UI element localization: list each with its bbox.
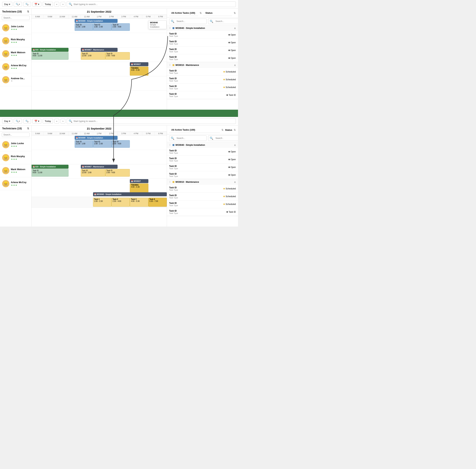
status-column-label: Status [203, 10, 232, 16]
top-search-bar[interactable]: 🔍 [67, 1, 236, 7]
bottom-wo0009-header-bar[interactable]: 📅 WO0009 - Simple Installation [75, 136, 118, 140]
technician-item-arlene-mccoy[interactable]: 👷 Arlene McCoy ▲▲▲ [0, 60, 31, 73]
task-time-label: 2:00 - 4:00 [106, 55, 129, 57]
technician-item-mark-watson[interactable]: 👷 Mark Watson ▲▲▲ [0, 47, 31, 60]
bottom-tech-search-input[interactable] [2, 133, 30, 137]
task-row-wo0010-1[interactable]: Task ID Task Type Scheduled [167, 68, 238, 76]
calendar-grid-wrapper[interactable]: 8 AM 9 AM 10 AM 11 AM 12 AM 1 PM 2 PM 3 … [32, 15, 167, 110]
bottom-task-group-wo0010-header[interactable]: ⠿ WO0010 - Maintenance ∧ [167, 179, 238, 185]
bottom-status-search-input[interactable] [214, 136, 238, 140]
bottom-task-row-s3[interactable]: Task ID Task Type Scheduled [167, 201, 238, 208]
bottom-day-view-selector[interactable]: Day ▾ [2, 119, 12, 124]
bottom-sort-icon-status[interactable]: ⇅ [234, 128, 236, 131]
bottom-calendar-picker-button[interactable]: 📅 ▾ [33, 119, 41, 124]
bottom-wo0019-bar[interactable]: 📅 019 - Simple Installation [32, 165, 68, 169]
bottom-task-row-s1[interactable]: Task ID Task Type Scheduled [167, 185, 238, 193]
task-group-wo0010-header[interactable]: ⠿ WO0010 - Maintenance ∧ [167, 62, 238, 68]
next-button[interactable]: › [61, 2, 65, 7]
task-row-wo0010-2[interactable]: Task ID Task Type Scheduled [167, 76, 238, 84]
bottom-task-mark-2[interactable]: Task ID12:00 - 2:00 [81, 169, 105, 177]
technician-item-rick-murphy[interactable]: 👷 Rick Murphy ▲▲▲ [0, 34, 31, 47]
bottom-avatar-mark-watson: 👷 [2, 167, 9, 174]
bottom-technicians-sidebar: Technicians (15) ⇅ 👷 John Locke ▲▲▲ 👷 [0, 126, 32, 227]
bottom-tech-item-john-locke[interactable]: 👷 John Locke ▲▲▲ [0, 138, 31, 151]
bottom-task-group-wo0040-header[interactable]: ⠿ WO0040 - Simple Installation ∧ [167, 142, 238, 148]
bottom-search-input[interactable] [73, 120, 234, 122]
bottom-zoom-in-button[interactable]: 🔍+ [14, 119, 22, 124]
sort-icon-status[interactable]: ⇅ [234, 12, 236, 15]
technician-item-john-locke[interactable]: 👷 John Locke ▲▲▲ [0, 21, 31, 34]
status-search-input[interactable] [214, 19, 238, 23]
bottom-sort-icon-tasks[interactable]: ⇅ [221, 128, 224, 131]
bottom-zoom-out-button[interactable]: 🔍- [23, 119, 31, 124]
zoom-out-button[interactable]: 🔍- [23, 2, 31, 7]
bottom-tech-search-area[interactable] [0, 132, 31, 138]
bottom-task-row-2[interactable]: Task ID Task Type Open [167, 156, 238, 163]
avatar-john-locke: 👷 [2, 24, 9, 31]
wo0019-header-bar[interactable]: 📅 019 - Simple Installation [32, 48, 68, 52]
task-block-mark-2[interactable]: Task ID 12:00 - 2:00 [81, 52, 105, 60]
task-block-john-3[interactable]: Task ID 2:30 - 4:00 [111, 23, 130, 31]
task-row-wo0010-4[interactable]: Task ID Task Type Task ID [167, 91, 238, 99]
sort-icon-tasks[interactable]: ⇅ [200, 12, 202, 15]
wo0009-header-bar[interactable]: 📅 WO0009 - Simple Installation [75, 19, 118, 23]
bottom-task-mark-1[interactable]: Task ID9:00 - 11:00 [32, 169, 68, 177]
task-row-wo0040-2[interactable]: Task ID Task Type Open [167, 39, 238, 47]
collapse-icon-wo0010[interactable]: ∧ [234, 64, 236, 67]
bottom-wo0040-bar[interactable]: 📅 WO0040 - Simple Installation [93, 192, 167, 196]
bottom-task-arlene-1[interactable]: TSK0001 4:00 - 5:30 [130, 184, 148, 192]
bottom-calendar-grid-wrapper[interactable]: 8 AM 9 AM 10 AM 11 AM 12 AM 1 PM 2 PM 3 … [32, 132, 167, 227]
task-block-mark-1[interactable]: Task ID 9:00 - 11:00 [32, 52, 68, 60]
sort-icon[interactable]: ⇅ [27, 10, 29, 13]
wo0040-task-2[interactable]: Task 2 2:30 - 4:00 [111, 198, 130, 207]
today-button[interactable]: Today [43, 2, 53, 7]
bottom-sort-icon[interactable]: ⇅ [27, 127, 29, 130]
bottom-tech-item-rick-murphy[interactable]: 👷 Rick Murphy ▲▲▲ [0, 151, 31, 164]
bottom-task-row-4[interactable]: Task ID Task Type Open [167, 171, 238, 179]
bottom-today-button[interactable]: Today [43, 119, 53, 124]
task-group-wo0040-header[interactable]: ⠿ WO0040 - Simple Installation ∧ [167, 25, 238, 31]
bottom-task-john-1[interactable]: Task ID11:30 - 1:00 [75, 140, 93, 148]
day-view-selector[interactable]: Day ▾ [2, 2, 12, 7]
bottom-task-row-3[interactable]: Task ID Task Type Open [167, 163, 238, 171]
bottom-task-row-s4[interactable]: Task ID Task Type Task ID [167, 208, 238, 216]
bottom-wo0067-bar[interactable]: 📅 WO0067 - Maintenance [81, 165, 118, 169]
bottom-task-john-3[interactable]: Task ID2:30 - 4:00 [111, 140, 130, 148]
bottom-prev-button[interactable]: ‹ [54, 119, 59, 124]
bottom-task-mark-3[interactable]: Task ID2:00 - 4:00 [105, 169, 130, 177]
bottom-task-search-input[interactable] [175, 136, 205, 140]
wo0040-task-1[interactable]: Task 1 1:00 - 2:30 [93, 198, 111, 207]
bottom-wo0027-bar[interactable]: 📅 WO0027 [130, 179, 148, 183]
task-row-wo0040-4[interactable]: Task ID Task Type Open [167, 54, 238, 62]
top-search-input[interactable] [73, 3, 234, 6]
task-block-mark-3[interactable]: Task ID 2:00 - 4:00 [105, 52, 130, 60]
bottom-collapse-wo0040[interactable]: ∧ [234, 144, 236, 147]
tech-search-area[interactable] [0, 15, 31, 21]
task-row-wo0010-3[interactable]: Task ID Task Type Scheduled [167, 84, 238, 91]
wo0067-header-bar[interactable]: 📅 WO0067 - Maintenance [81, 48, 118, 52]
bottom-tech-item-mark-watson[interactable]: 👷 Mark Watson ▲▲▲ [0, 164, 31, 177]
prev-button[interactable]: ‹ [54, 2, 59, 7]
task-block-arlene-1[interactable]: TSK0001 4:00 - 5:30 [130, 67, 148, 76]
task-row-wo0040-3[interactable]: Task ID Task Type Open [167, 47, 238, 54]
task-block-john-1[interactable]: Task ID 11:30 - 1:00 [75, 23, 93, 31]
bottom-task-john-2[interactable]: Task ID1:00 - 2:30 [93, 140, 111, 148]
zoom-in-button[interactable]: 🔍+ [14, 2, 22, 7]
bottom-task-row-s2[interactable]: Task ID Task Type Scheduled [167, 193, 238, 201]
bottom-collapse-wo0010[interactable]: ∧ [234, 181, 236, 184]
bottom-next-button[interactable]: › [61, 119, 65, 124]
task-search-input[interactable] [175, 19, 205, 23]
collapse-icon-wo0040[interactable]: ∧ [234, 27, 236, 30]
task-row-wo0040-1[interactable]: Task ID Task Type Open [167, 31, 238, 39]
task-id: Task ID [169, 85, 223, 87]
technician-item-andrew-sa[interactable]: 👷 Andrew Sa... ✕ [0, 73, 31, 86]
wo0040-task-3[interactable]: Task 3 4:00 - 5:30 [130, 198, 148, 207]
calendar-picker-button[interactable]: 📅 ▾ [33, 2, 41, 7]
tech-search-input[interactable] [2, 16, 30, 20]
task-block-john-2[interactable]: Task ID 1:00 - 2:30 [93, 23, 111, 31]
bottom-tech-item-arlene-mccoy[interactable]: 👷 Arlene McCoy ▲▲▲ [0, 177, 31, 190]
wo0040-task-4[interactable]: Task 4 5:30 - 7:00 [148, 198, 167, 207]
bottom-task-row-1[interactable]: Task ID Task Type Open [167, 148, 238, 156]
wo0027-header-bar[interactable]: 📅 WO0027 [130, 62, 148, 66]
bottom-search-bar[interactable]: 🔍 [67, 118, 236, 124]
